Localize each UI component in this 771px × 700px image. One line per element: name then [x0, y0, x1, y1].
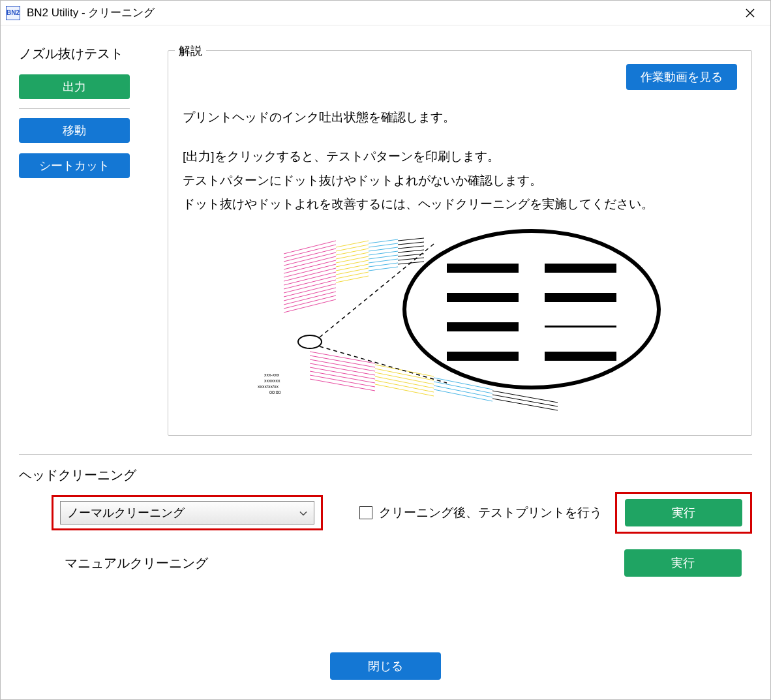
- explanation-line: プリントヘッドのインク吐出状態を確認します。: [183, 107, 737, 128]
- head-cleaning-title: ヘッドクリーニング: [19, 466, 752, 484]
- svg-line-30: [369, 247, 398, 251]
- window-title: BN2 Utility - クリーニング: [27, 5, 735, 20]
- svg-line-27: [336, 276, 369, 282]
- top-area: ノズル抜けテスト 出力 移動 シートカット 解説 作業動画を見る プリントヘッド…: [19, 45, 752, 436]
- svg-line-33: [369, 259, 398, 263]
- svg-rect-72: [545, 264, 616, 273]
- nozzle-test-panel: ノズル抜けテスト 出力 移動 シートカット: [19, 45, 156, 436]
- output-button[interactable]: 出力: [19, 74, 130, 99]
- close-dialog-button[interactable]: 閉じる: [330, 652, 441, 680]
- close-icon: [746, 8, 755, 18]
- move-button[interactable]: 移動: [19, 118, 130, 143]
- test-print-checkbox[interactable]: [359, 506, 372, 519]
- sheet-cut-button[interactable]: シートカット: [19, 153, 130, 178]
- svg-line-37: [398, 242, 424, 245]
- window-close-button[interactable]: [735, 3, 765, 23]
- svg-line-34: [369, 263, 398, 267]
- svg-line-32: [369, 255, 398, 259]
- cleaning-dropdown-highlight: ノーマルクリーニング: [52, 495, 323, 530]
- svg-text:xxxxxxx: xxxxxxx: [264, 378, 280, 383]
- svg-text:xxxx/xx/xx: xxxx/xx/xx: [258, 384, 279, 389]
- cleaning-type-selected: ノーマルクリーニング: [67, 505, 185, 521]
- svg-line-2: [284, 241, 336, 254]
- footer: 閉じる: [19, 639, 752, 686]
- svg-line-24: [336, 264, 369, 271]
- app-window: BN2 BN2 Utility - クリーニング ノズル抜けテスト 出力 移動 …: [0, 0, 771, 700]
- execute-cleaning-button[interactable]: 実行: [625, 499, 742, 526]
- svg-rect-70: [447, 322, 519, 331]
- svg-line-11: [284, 276, 336, 289]
- svg-rect-69: [447, 293, 519, 302]
- svg-line-39: [398, 250, 424, 252]
- svg-rect-68: [447, 264, 519, 273]
- test-print-checkbox-label: クリーニング後、テストプリントを行う: [379, 504, 602, 521]
- svg-line-6: [284, 256, 336, 269]
- titlebar: BN2 BN2 Utility - クリーニング: [1, 1, 770, 25]
- section-divider: [19, 454, 752, 455]
- svg-line-10: [284, 272, 336, 285]
- content-area: ノズル抜けテスト 出力 移動 シートカット 解説 作業動画を見る プリントヘッド…: [1, 25, 770, 699]
- app-icon: BN2: [6, 6, 20, 20]
- svg-line-28: [369, 239, 398, 243]
- svg-line-20: [336, 249, 369, 255]
- svg-line-22: [336, 256, 369, 263]
- svg-line-5: [284, 252, 336, 266]
- nozzle-test-illustration: xxx-xxx xxxxxxx xxxx/xx/xx 00:00: [183, 228, 737, 423]
- svg-line-19: [336, 245, 369, 251]
- svg-line-3: [284, 245, 336, 258]
- svg-rect-74: [545, 326, 616, 327]
- svg-line-13: [284, 284, 336, 297]
- explanation-line: ドット抜けやドットよれを改善するには、ヘッドクリーニングを実施してください。: [183, 194, 737, 215]
- test-print-checkbox-row: クリーニング後、テストプリントを行う: [359, 504, 602, 521]
- svg-line-23: [336, 260, 369, 267]
- svg-line-35: [369, 267, 398, 271]
- cleaning-row: ノーマルクリーニング クリーニング後、テストプリントを行う 実行: [52, 492, 752, 534]
- manual-cleaning-row: マニュアルクリーニング 実行: [65, 549, 752, 577]
- explanation-text: プリントヘッドのインク吐出状態を確認します。 [出力]をクリックすると、テストパ…: [183, 107, 737, 215]
- execute-manual-cleaning-button[interactable]: 実行: [624, 549, 742, 577]
- manual-cleaning-label: マニュアルクリーニング: [65, 555, 208, 572]
- nozzle-test-title: ノズル抜けテスト: [19, 45, 156, 63]
- svg-line-25: [336, 268, 369, 275]
- divider: [19, 108, 130, 109]
- explanation-panel: 解説 作業動画を見る プリントヘッドのインク吐出状態を確認します。 [出力]をク…: [168, 50, 752, 436]
- svg-line-38: [398, 246, 424, 249]
- svg-line-18: [336, 241, 369, 247]
- svg-line-29: [369, 243, 398, 247]
- svg-line-4: [284, 249, 336, 262]
- svg-line-31: [369, 251, 398, 255]
- svg-rect-71: [447, 352, 519, 361]
- svg-line-21: [336, 252, 369, 259]
- svg-line-15: [284, 292, 336, 305]
- svg-line-9: [284, 268, 336, 281]
- svg-line-14: [284, 288, 336, 301]
- explanation-legend: 解説: [175, 43, 206, 59]
- svg-point-64: [298, 335, 322, 348]
- svg-line-8: [284, 264, 336, 277]
- svg-line-12: [284, 280, 336, 293]
- svg-line-17: [284, 299, 336, 312]
- svg-line-7: [284, 260, 336, 273]
- svg-line-36: [398, 238, 424, 241]
- svg-text:00:00: 00:00: [269, 390, 281, 395]
- svg-rect-73: [545, 293, 616, 302]
- explanation-line: テストパターンにドット抜けやドットよれがないか確認します。: [183, 170, 737, 191]
- cleaning-type-dropdown[interactable]: ノーマルクリーニング: [60, 501, 314, 525]
- svg-line-26: [336, 272, 369, 279]
- svg-rect-75: [545, 352, 616, 361]
- svg-text:xxx-xxx: xxx-xxx: [264, 373, 280, 377]
- chevron-down-icon: [299, 506, 307, 520]
- execute-highlight: 実行: [615, 492, 752, 534]
- watch-video-button[interactable]: 作業動画を見る: [626, 64, 737, 90]
- explanation-line: [出力]をクリックすると、テストパターンを印刷します。: [183, 146, 737, 167]
- svg-point-67: [404, 231, 659, 388]
- svg-line-16: [284, 296, 336, 309]
- svg-line-41: [398, 258, 424, 260]
